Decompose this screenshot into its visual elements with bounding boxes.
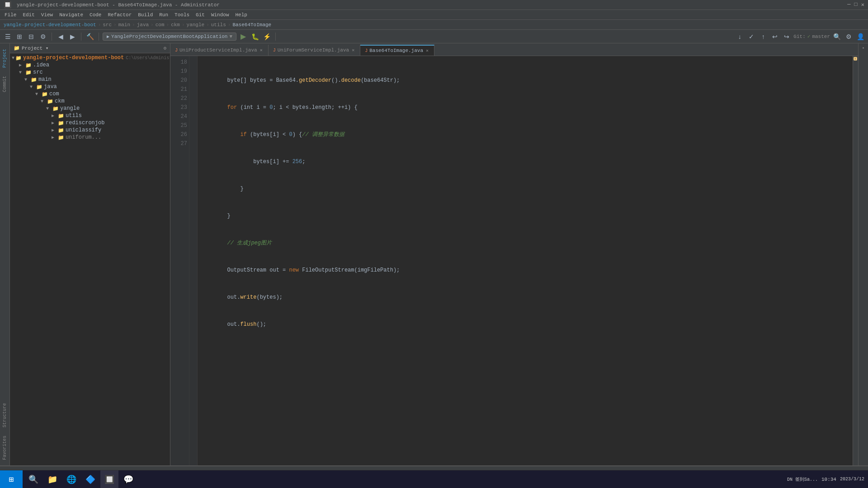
code-content[interactable]: byte[] bytes = Base64.getDecoder().decod… [198,56,853,465]
run-config-label: YangleProjectDevelopmentBootApplication [111,34,227,39]
code-line-21: bytes[i] += 256; [201,157,849,166]
tab-uni-forum-close[interactable]: ✕ [351,47,355,53]
toolbar-expand-btn[interactable]: ⊞ [14,32,24,42]
sidebar-project-icon[interactable]: Project [1,45,8,71]
menu-refactor[interactable]: Refactor [105,11,134,19]
breadcrumb-project[interactable]: yangle-project-development-boot [4,22,96,28]
tree-src-label: src [33,69,43,75]
tree-java-label: java [44,84,57,90]
tree-uniclassify[interactable]: ▶ 📁 uniclassify [10,127,170,134]
toolbar-git-commit-btn[interactable]: ✓ [746,32,756,42]
breadcrumb-file[interactable]: Base64ToImage [232,22,271,28]
sidebar-right-label: ▪ [861,45,866,50]
start-button[interactable]: ⊞ [0,470,23,488]
taskbar-search[interactable]: 🔍 [24,470,42,488]
tree-rediscronjob[interactable]: ▶ 📁 rediscronjob [10,119,170,127]
tab-base64-close[interactable]: ✕ [425,47,429,54]
code-line-18: byte[] bytes = Base64.getDecoder().decod… [201,76,849,85]
toolbar-avatar-btn[interactable]: 👤 [855,32,865,42]
sidebar-structure-icon[interactable]: Structure [1,399,8,431]
taskbar-teams[interactable]: 💬 [119,470,137,488]
menu-run[interactable]: Run [156,11,171,19]
tab-base64-icon: J [365,48,368,53]
taskbar-edge[interactable]: 🔷 [81,470,99,488]
breadcrumb-src[interactable]: src [103,22,112,28]
tab-uni-forum[interactable]: J UniForumServiceImpl.java ✕ [269,45,360,56]
tree-com-label: com [49,91,59,97]
breadcrumb-yangle[interactable]: yangle [187,22,205,28]
toolbar-build-btn[interactable]: 🔨 [85,32,95,42]
line-num-24: 24 [172,112,187,121]
breadcrumb-main[interactable]: main [118,22,130,28]
breadcrumb-ckm[interactable]: ckm [171,22,180,28]
tree-java[interactable]: ▼ 📁 java [10,83,170,90]
toolbar-sep1 [52,33,52,41]
tree-src[interactable]: ▼ 📁 src [10,69,170,76]
maximize-btn[interactable]: □ [854,1,858,8]
editor-right-gutter: ! [853,56,858,465]
run-config-selector[interactable]: ▶ YangleProjectDevelopmentBootApplicatio… [103,33,236,41]
tree-ckm[interactable]: ▼ 📁 ckm [10,98,170,105]
menu-view[interactable]: View [38,11,56,19]
breadcrumb-com[interactable]: com [156,22,165,28]
taskbar-files[interactable]: 📁 [43,470,61,488]
tree-main[interactable]: ▼ 📁 main [10,76,170,83]
line-num-27: 27 [172,139,187,148]
toolbar-undo-btn[interactable]: ↩ [770,32,780,42]
menu-tools[interactable]: Tools [172,11,192,19]
menu-edit[interactable]: Edit [20,11,37,19]
start-icon: ⊞ [9,474,14,484]
menu-code[interactable]: Code [87,11,104,19]
tree-uniforum-label: uniforum... [66,134,101,141]
menu-file[interactable]: File [2,11,19,19]
toolbar-structure-btn[interactable]: ☰ [3,32,13,42]
project-panel-gear[interactable]: ⚙ [163,45,166,51]
menu-help[interactable]: Help [233,11,250,19]
taskbar-right: DN 签到Sa... 10:34 2023/3/12 [787,476,868,483]
toolbar-back-btn[interactable]: ◀ [56,32,66,42]
toolbar-debug-btn[interactable]: 🐛 [250,32,260,42]
breadcrumb-utils[interactable]: utils [211,22,226,28]
code-line-20: if (bytes[i] < 0) {// 调整异常数据 [201,130,849,139]
git-label: Git: [793,34,805,39]
tree-utils[interactable]: ▶ 📁 utils [10,112,170,119]
toolbar: ☰ ⊞ ⊟ ⚙ ◀ ▶ 🔨 ▶ YangleProjectDevelopment… [0,30,868,43]
line-num-22: 22 [172,94,187,103]
toolbar-run-btn[interactable]: ▶ [238,32,248,42]
sidebar-commit-icon[interactable]: Commit [1,72,8,96]
taskbar-chrome[interactable]: 🌐 [62,470,80,488]
breadcrumb-java[interactable]: java [137,22,149,28]
tab-uni-product-close[interactable]: ✕ [259,47,264,53]
menu-git[interactable]: Git [193,11,208,19]
tree-root[interactable]: ▼ 📁 yangle-project-development-boot C:\U… [10,54,170,61]
tree-idea[interactable]: ▶ 📁 .idea [10,61,170,69]
toolbar-coverage-btn[interactable]: ⚡ [262,32,272,42]
left-sidebar-icons: Project Commit Structure Favorites [0,43,10,465]
line-num-21: 21 [172,85,187,94]
minimize-btn[interactable]: ─ [847,1,850,8]
tab-base64[interactable]: J Base64ToImage.java ✕ [360,45,434,56]
toolbar-forward-btn[interactable]: ▶ [67,32,77,42]
tab-uni-forum-icon: J [273,48,276,53]
toolbar-git-update-btn[interactable]: ↓ [735,32,745,42]
tree-uniforum[interactable]: ▶ 📁 uniforum... [10,134,170,141]
tree-com[interactable]: ▼ 📁 com [10,90,170,98]
editor-gutter [189,56,198,465]
project-panel-header: 📁 Project ▾ ⚙ [10,43,170,53]
menu-window[interactable]: Window [208,11,232,19]
toolbar-git-push-btn[interactable]: ↑ [758,32,768,42]
close-btn[interactable]: ✕ [861,1,864,8]
menu-build[interactable]: Build [135,11,156,19]
git-branch-label: master [812,34,830,39]
toolbar-search-btn[interactable]: 🔍 [832,32,842,42]
tree-yangle[interactable]: ▼ 📁 yangle [10,105,170,112]
menu-navigate[interactable]: Navigate [57,11,86,19]
toolbar-collapse-btn[interactable]: ⊟ [26,32,36,42]
warning-indicator: ! [854,57,857,61]
sidebar-favorites-icon[interactable]: Favorites [1,432,8,464]
tab-uni-product[interactable]: J UniProductServiceImpl.java ✕ [170,45,269,56]
toolbar-settings-btn[interactable]: ⚙ [38,32,48,42]
toolbar-redo-btn[interactable]: ↪ [782,32,792,42]
toolbar-settings-gear-btn[interactable]: ⚙ [844,32,854,42]
taskbar-intellij[interactable]: 🔲 [100,470,118,488]
